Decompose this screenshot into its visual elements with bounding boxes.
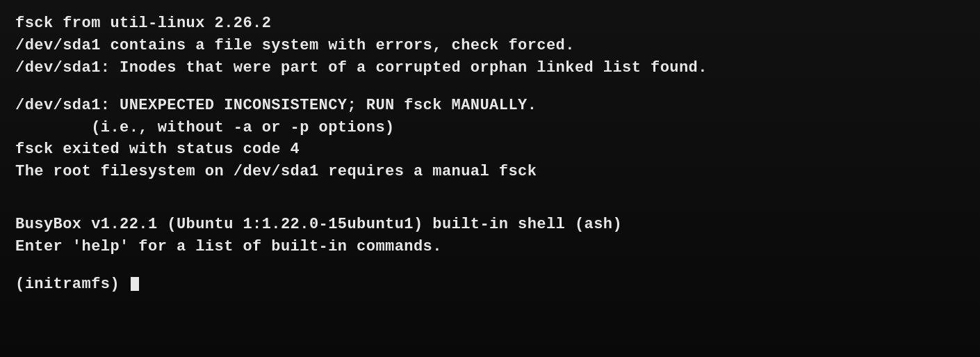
terminal-blank-4 <box>15 258 965 273</box>
terminal-line-6: fsck exited with status code 4 <box>15 138 965 161</box>
terminal-line-9: Enter 'help' for a list of built-in comm… <box>15 236 965 258</box>
terminal-line-4: /dev/sda1: UNEXPECTED INCONSISTENCY; RUN… <box>15 95 965 117</box>
terminal-cursor <box>131 277 139 291</box>
terminal-line-1: fsck from util-linux 2.26.2 <box>15 13 965 35</box>
terminal-line-8: BusyBox v1.22.1 (Ubuntu 1:1.22.0-15ubunt… <box>15 214 965 236</box>
terminal-blank-2 <box>15 183 965 198</box>
terminal-line-3: /dev/sda1: Inodes that were part of a co… <box>15 57 965 79</box>
terminal-line-5: (i.e., without -a or -p options) <box>15 117 965 139</box>
terminal-line-7: The root filesystem on /dev/sda1 require… <box>15 161 965 183</box>
terminal-blank-1 <box>15 79 965 95</box>
terminal-screen: fsck from util-linux 2.26.2 /dev/sda1 co… <box>0 0 980 357</box>
terminal-prompt-line[interactable]: (initramfs) <box>15 273 965 296</box>
terminal-line-2: /dev/sda1 contains a file system with er… <box>15 35 965 57</box>
terminal-blank-3 <box>15 198 965 214</box>
